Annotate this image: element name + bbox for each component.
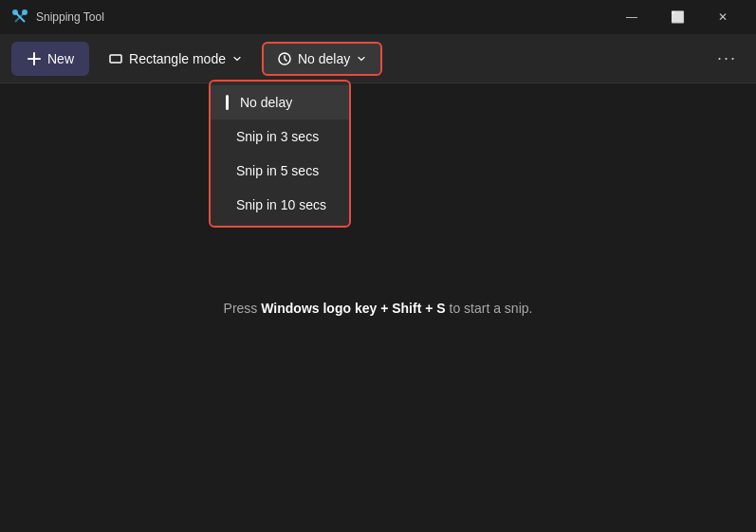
hint-bold: Windows logo key + Shift + S: [261, 301, 445, 316]
delay-option-no-delay[interactable]: No delay: [211, 85, 349, 119]
title-bar: Snipping Tool — ⬜ ✕: [0, 0, 756, 34]
minimize-button[interactable]: —: [610, 2, 654, 32]
delay-option-3secs[interactable]: Snip in 3 secs: [211, 119, 349, 154]
delay-option-no-delay-label: No delay: [240, 95, 292, 110]
delay-option-10secs[interactable]: Snip in 10 secs: [211, 188, 349, 222]
maximize-button[interactable]: ⬜: [655, 2, 699, 32]
rectangle-icon: [108, 51, 123, 66]
hint-suffix: to start a snip.: [446, 301, 533, 316]
title-bar-controls: — ⬜ ✕: [610, 2, 745, 32]
close-button[interactable]: ✕: [701, 2, 745, 32]
clock-icon: [277, 51, 292, 66]
more-button[interactable]: ···: [710, 45, 745, 72]
main-content: Press Windows logo key + Shift + S to st…: [0, 83, 756, 532]
app-title: Snipping Tool: [36, 10, 104, 24]
delay-option-3secs-label: Snip in 3 secs: [226, 129, 319, 144]
delay-option-10secs-label: Snip in 10 secs: [226, 197, 326, 212]
selected-indicator: [226, 95, 229, 110]
hint-prefix: Press: [224, 301, 262, 316]
delay-button-label: No delay: [298, 51, 350, 66]
chevron-down-icon-delay: [356, 53, 367, 64]
mode-button-label: Rectangle mode: [129, 51, 226, 66]
delay-option-5secs[interactable]: Snip in 5 secs: [211, 154, 349, 188]
toolbar: New Rectangle mode No delay ··· No delay…: [0, 34, 756, 83]
app-icon: [11, 9, 28, 26]
hint-text: Press Windows logo key + Shift + S to st…: [224, 301, 533, 316]
plus-icon: [27, 51, 42, 66]
new-button-label: New: [47, 51, 74, 66]
svg-rect-4: [110, 55, 121, 63]
mode-button[interactable]: Rectangle mode: [95, 42, 256, 76]
delay-dropdown: No delay Snip in 3 secs Snip in 5 secs S…: [209, 80, 351, 228]
delay-option-5secs-label: Snip in 5 secs: [226, 163, 319, 178]
delay-button[interactable]: No delay: [262, 42, 382, 76]
new-button[interactable]: New: [11, 42, 89, 76]
chevron-down-icon: [231, 53, 243, 64]
title-bar-left: Snipping Tool: [11, 9, 104, 26]
